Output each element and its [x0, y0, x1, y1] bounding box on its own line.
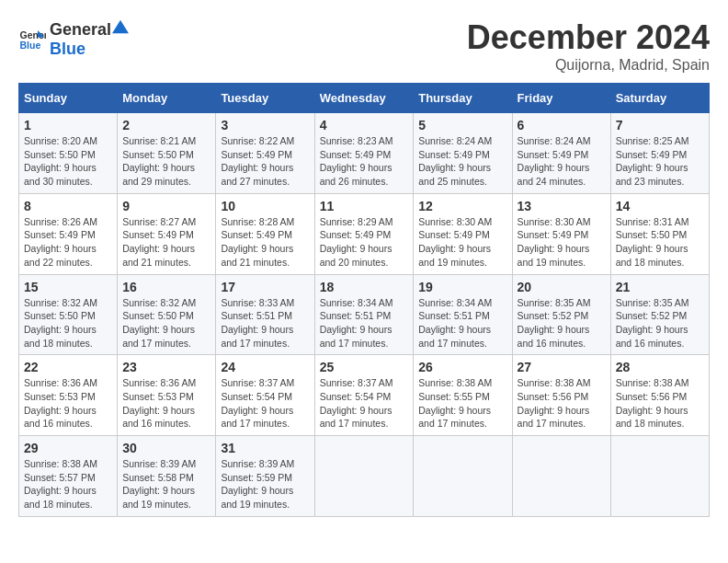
weekday-header: Thursday [414, 84, 512, 113]
day-detail: Sunrise: 8:34 AM Sunset: 5:51 PM Dayligh… [418, 296, 506, 350]
weekday-header: Sunday [19, 84, 118, 113]
day-number: 28 [616, 360, 704, 374]
day-detail: Sunrise: 8:34 AM Sunset: 5:51 PM Dayligh… [320, 296, 409, 350]
logo-icon: General Blue [18, 25, 46, 52]
calendar-cell: 19Sunrise: 8:34 AM Sunset: 5:51 PM Dayli… [414, 274, 512, 355]
calendar-cell [610, 436, 709, 517]
day-number: 23 [122, 360, 210, 374]
day-detail: Sunrise: 8:23 AM Sunset: 5:49 PM Dayligh… [320, 134, 409, 189]
calendar-cell: 6Sunrise: 8:24 AM Sunset: 5:49 PM Daylig… [512, 113, 610, 194]
weekday-header: Tuesday [216, 84, 314, 113]
title-area: December 2024 Quijorna, Madrid, Spain [467, 18, 710, 74]
day-detail: Sunrise: 8:38 AM Sunset: 5:57 PM Dayligh… [24, 457, 112, 511]
weekday-header: Saturday [610, 84, 709, 113]
svg-marker-2 [112, 20, 129, 33]
day-detail: Sunrise: 8:32 AM Sunset: 5:50 PM Dayligh… [24, 296, 112, 350]
day-number: 29 [24, 441, 112, 455]
day-number: 8 [24, 199, 112, 213]
location-title: Quijorna, Madrid, Spain [467, 57, 710, 74]
day-detail: Sunrise: 8:38 AM Sunset: 5:55 PM Dayligh… [418, 376, 506, 431]
day-detail: Sunrise: 8:27 AM Sunset: 5:49 PM Dayligh… [122, 215, 210, 270]
calendar-cell: 27Sunrise: 8:38 AM Sunset: 5:56 PM Dayli… [512, 355, 610, 436]
day-detail: Sunrise: 8:30 AM Sunset: 5:49 PM Dayligh… [418, 215, 506, 270]
calendar-cell: 23Sunrise: 8:36 AM Sunset: 5:53 PM Dayli… [118, 355, 216, 436]
day-number: 22 [24, 360, 112, 374]
day-number: 18 [320, 280, 409, 294]
calendar-cell: 18Sunrise: 8:34 AM Sunset: 5:51 PM Dayli… [314, 274, 414, 355]
day-number: 6 [518, 118, 606, 132]
day-number: 15 [24, 280, 112, 294]
calendar-cell [512, 436, 610, 517]
day-number: 13 [518, 199, 606, 213]
calendar-cell [314, 436, 414, 517]
calendar-week-row: 22Sunrise: 8:36 AM Sunset: 5:53 PM Dayli… [19, 355, 710, 436]
day-detail: Sunrise: 8:29 AM Sunset: 5:49 PM Dayligh… [320, 215, 409, 270]
weekday-header: Friday [512, 84, 610, 113]
day-number: 16 [122, 280, 210, 294]
calendar: SundayMondayTuesdayWednesdayThursdayFrid… [18, 83, 710, 517]
logo: General Blue General Blue [18, 18, 130, 59]
day-detail: Sunrise: 8:32 AM Sunset: 5:50 PM Dayligh… [122, 296, 210, 350]
day-detail: Sunrise: 8:37 AM Sunset: 5:54 PM Dayligh… [320, 376, 409, 431]
calendar-cell: 10Sunrise: 8:28 AM Sunset: 5:49 PM Dayli… [216, 193, 314, 274]
logo-general: General [50, 20, 111, 40]
calendar-cell: 4Sunrise: 8:23 AM Sunset: 5:49 PM Daylig… [314, 113, 414, 194]
logo-triangle-icon [112, 18, 129, 35]
day-number: 30 [122, 441, 210, 455]
day-number: 25 [320, 360, 409, 374]
day-number: 1 [24, 118, 112, 132]
day-number: 17 [221, 280, 309, 294]
calendar-cell: 20Sunrise: 8:35 AM Sunset: 5:52 PM Dayli… [512, 274, 610, 355]
day-detail: Sunrise: 8:39 AM Sunset: 5:59 PM Dayligh… [221, 457, 309, 511]
day-number: 19 [418, 280, 506, 294]
day-number: 7 [616, 118, 704, 132]
calendar-cell: 15Sunrise: 8:32 AM Sunset: 5:50 PM Dayli… [19, 274, 118, 355]
calendar-cell: 2Sunrise: 8:21 AM Sunset: 5:50 PM Daylig… [118, 113, 216, 194]
day-detail: Sunrise: 8:21 AM Sunset: 5:50 PM Dayligh… [122, 134, 210, 189]
month-title: December 2024 [467, 18, 710, 57]
day-detail: Sunrise: 8:24 AM Sunset: 5:49 PM Dayligh… [518, 134, 606, 189]
calendar-cell: 13Sunrise: 8:30 AM Sunset: 5:49 PM Dayli… [512, 193, 610, 274]
calendar-cell: 30Sunrise: 8:39 AM Sunset: 5:58 PM Dayli… [118, 436, 216, 517]
calendar-cell: 8Sunrise: 8:26 AM Sunset: 5:49 PM Daylig… [19, 193, 118, 274]
day-number: 21 [616, 280, 704, 294]
svg-text:Blue: Blue [20, 40, 41, 51]
weekday-header: Monday [118, 84, 216, 113]
day-number: 10 [221, 199, 309, 213]
day-number: 9 [122, 199, 210, 213]
day-number: 31 [221, 441, 309, 455]
day-detail: Sunrise: 8:36 AM Sunset: 5:53 PM Dayligh… [122, 376, 210, 431]
calendar-cell: 16Sunrise: 8:32 AM Sunset: 5:50 PM Dayli… [118, 274, 216, 355]
day-detail: Sunrise: 8:36 AM Sunset: 5:53 PM Dayligh… [24, 376, 112, 431]
day-number: 3 [221, 118, 309, 132]
calendar-cell: 21Sunrise: 8:35 AM Sunset: 5:52 PM Dayli… [610, 274, 709, 355]
calendar-cell: 24Sunrise: 8:37 AM Sunset: 5:54 PM Dayli… [216, 355, 314, 436]
day-detail: Sunrise: 8:22 AM Sunset: 5:49 PM Dayligh… [221, 134, 309, 189]
day-detail: Sunrise: 8:35 AM Sunset: 5:52 PM Dayligh… [518, 296, 606, 350]
day-number: 26 [418, 360, 506, 374]
day-detail: Sunrise: 8:35 AM Sunset: 5:52 PM Dayligh… [616, 296, 704, 350]
day-detail: Sunrise: 8:28 AM Sunset: 5:49 PM Dayligh… [221, 215, 309, 270]
day-number: 12 [418, 199, 506, 213]
day-detail: Sunrise: 8:20 AM Sunset: 5:50 PM Dayligh… [24, 134, 112, 189]
weekday-header: Wednesday [314, 84, 414, 113]
day-detail: Sunrise: 8:39 AM Sunset: 5:58 PM Dayligh… [122, 457, 210, 511]
day-number: 20 [518, 280, 606, 294]
calendar-cell: 28Sunrise: 8:38 AM Sunset: 5:56 PM Dayli… [610, 355, 709, 436]
calendar-cell: 25Sunrise: 8:37 AM Sunset: 5:54 PM Dayli… [314, 355, 414, 436]
calendar-cell: 11Sunrise: 8:29 AM Sunset: 5:49 PM Dayli… [314, 193, 414, 274]
day-number: 4 [320, 118, 409, 132]
day-number: 27 [518, 360, 606, 374]
calendar-cell: 31Sunrise: 8:39 AM Sunset: 5:59 PM Dayli… [216, 436, 314, 517]
calendar-cell: 14Sunrise: 8:31 AM Sunset: 5:50 PM Dayli… [610, 193, 709, 274]
header: General Blue General Blue December 2024 … [18, 18, 710, 74]
logo-blue: Blue [50, 40, 85, 58]
day-detail: Sunrise: 8:38 AM Sunset: 5:56 PM Dayligh… [616, 376, 704, 431]
day-detail: Sunrise: 8:31 AM Sunset: 5:50 PM Dayligh… [616, 215, 704, 270]
calendar-header-row: SundayMondayTuesdayWednesdayThursdayFrid… [19, 84, 710, 113]
day-number: 2 [122, 118, 210, 132]
calendar-cell: 3Sunrise: 8:22 AM Sunset: 5:49 PM Daylig… [216, 113, 314, 194]
calendar-week-row: 8Sunrise: 8:26 AM Sunset: 5:49 PM Daylig… [19, 193, 710, 274]
calendar-cell: 29Sunrise: 8:38 AM Sunset: 5:57 PM Dayli… [19, 436, 118, 517]
day-detail: Sunrise: 8:33 AM Sunset: 5:51 PM Dayligh… [221, 296, 309, 350]
